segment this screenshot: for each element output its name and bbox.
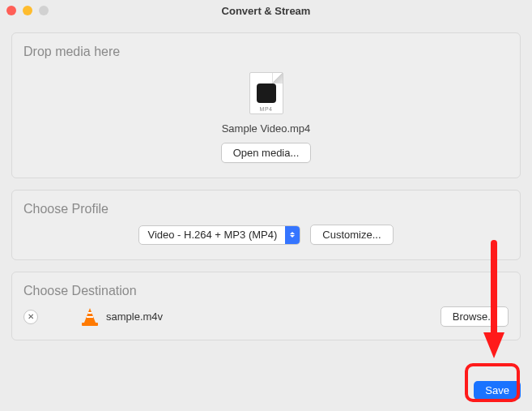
footer: Save <box>474 381 521 400</box>
destination-panel-title: Choose Destination <box>23 284 509 298</box>
close-window-icon[interactable] <box>6 6 16 15</box>
profile-panel-title: Choose Profile <box>23 202 509 216</box>
open-media-button[interactable]: Open media... <box>221 143 312 163</box>
file-ext-label: MP4 <box>260 106 273 112</box>
drop-panel-title: Drop media here <box>23 45 509 59</box>
profile-select[interactable]: Video - H.264 + MP3 (MP4) <box>138 225 300 245</box>
destination-file-name: sample.m4v <box>106 310 163 323</box>
profile-row: Video - H.264 + MP3 (MP4) Customize... <box>23 225 509 245</box>
browse-button[interactable]: Browse... <box>440 306 509 327</box>
destination-panel: Choose Destination ✕ sample.m4v Browse..… <box>11 272 521 340</box>
customize-button[interactable]: Customize... <box>310 225 393 245</box>
vlc-cone-icon <box>82 308 98 326</box>
window-title: Convert & Stream <box>0 5 532 17</box>
window-content: Drop media here MP4 Sample Video.mp4 Ope… <box>0 21 532 349</box>
dropped-file-name: Sample Video.mp4 <box>222 122 311 135</box>
minimize-window-icon[interactable] <box>23 6 32 15</box>
drop-panel: Drop media here MP4 Sample Video.mp4 Ope… <box>11 32 521 178</box>
select-stepper-icon <box>285 226 300 244</box>
profile-panel: Choose Profile Video - H.264 + MP3 (MP4)… <box>11 190 521 260</box>
quicktime-icon <box>257 83 276 103</box>
save-button[interactable]: Save <box>474 381 521 400</box>
clear-destination-button[interactable]: ✕ <box>23 310 38 324</box>
media-file-icon: MP4 <box>249 72 283 114</box>
zoom-window-icon <box>39 6 49 15</box>
traffic-lights <box>6 6 49 15</box>
drop-area[interactable]: MP4 Sample Video.mp4 Open media... <box>23 67 509 163</box>
profile-select-label: Video - H.264 + MP3 (MP4) <box>139 229 285 241</box>
destination-row: ✕ sample.m4v Browse... <box>23 306 509 327</box>
titlebar: Convert & Stream <box>0 0 532 21</box>
